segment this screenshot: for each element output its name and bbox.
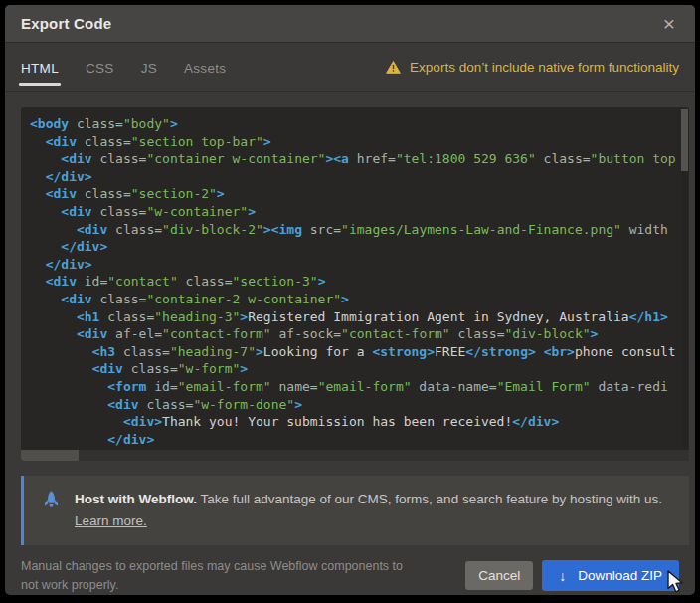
mouse-cursor: [666, 570, 686, 596]
code-line: <h3 class="heading-7">Looking for a <str…: [30, 343, 678, 361]
learn-more-link[interactable]: Learn more.: [75, 513, 147, 528]
code-line: <div class="div-block-2"><img src="image…: [30, 221, 678, 239]
rocket-icon: [43, 491, 60, 509]
vertical-scrollbar-thumb[interactable]: [681, 109, 688, 171]
code-line: <div class="w-container">: [30, 203, 678, 221]
tab-js[interactable]: JS: [141, 46, 157, 89]
banner-title: Host with Webflow.: [75, 492, 197, 506]
tab-css[interactable]: CSS: [86, 46, 114, 89]
export-code-dialog: Export Code × HTML CSS JS Assets Exports…: [5, 5, 695, 595]
warning-icon: [386, 61, 401, 74]
code-lines: <body class="body"> <div class="section …: [30, 115, 678, 448]
code-line: <div class="w-form">: [30, 360, 678, 378]
title-bar: Export Code ×: [5, 5, 695, 43]
code-line: <div class="container w-container"><a hr…: [30, 150, 678, 168]
vertical-scrollbar[interactable]: [681, 109, 688, 448]
dialog-title: Export Code: [21, 15, 111, 32]
code-line: </div>: [30, 238, 678, 256]
code-line: </div>: [30, 256, 678, 274]
code-line: <form id="email-form" name="email-form" …: [30, 378, 678, 396]
close-icon[interactable]: ×: [659, 11, 679, 36]
download-icon: ↓: [559, 569, 566, 583]
hosting-banner: Host with Webflow. Take full advantage o…: [21, 476, 689, 545]
footer: Manual changes to exported files may cau…: [5, 545, 695, 595]
horizontal-scrollbar-thumb[interactable]: [21, 450, 79, 461]
warning-text: Exports don’t include native form functi…: [410, 60, 679, 75]
code-editor[interactable]: <body class="body"> <div class="section …: [21, 107, 689, 461]
code-line: <body class="body">: [30, 115, 678, 133]
code-line: <div>Thank you! Your submission has been…: [30, 413, 678, 431]
form-warning: Exports don’t include native form functi…: [386, 60, 679, 75]
code-line: <div class="section top-bar">: [30, 133, 678, 151]
banner-body: Take full advantage of our CMS, forms, a…: [197, 492, 662, 506]
code-line: <div class="container-2 w-container">: [30, 291, 678, 308]
code-line: </div>: [30, 168, 678, 186]
horizontal-scrollbar[interactable]: [21, 450, 689, 461]
tab-assets[interactable]: Assets: [184, 46, 226, 89]
code-line: </div>: [30, 431, 678, 448]
footer-note: Manual changes to exported files may cau…: [21, 557, 419, 595]
code-line: <div id="contact" class="section-3">: [30, 273, 678, 291]
code-line: <h1 class="heading-3">Registered Immigra…: [30, 308, 678, 326]
tab-bar: HTML CSS JS Assets Exports don’t include…: [5, 43, 695, 92]
tab-html[interactable]: HTML: [21, 46, 59, 89]
banner-text: Host with Webflow. Take full advantage o…: [75, 489, 662, 533]
download-label: Download ZIP: [578, 568, 662, 583]
download-zip-button[interactable]: ↓ Download ZIP: [542, 560, 679, 591]
code-line: <div af-el="contact-form" af-sock="conta…: [30, 325, 678, 343]
code-line: <div class="section-2">: [30, 185, 678, 203]
footer-buttons: Cancel ↓ Download ZIP: [465, 560, 679, 591]
cancel-button[interactable]: Cancel: [465, 561, 533, 590]
code-line: <div class="w-form-done">: [30, 396, 678, 414]
